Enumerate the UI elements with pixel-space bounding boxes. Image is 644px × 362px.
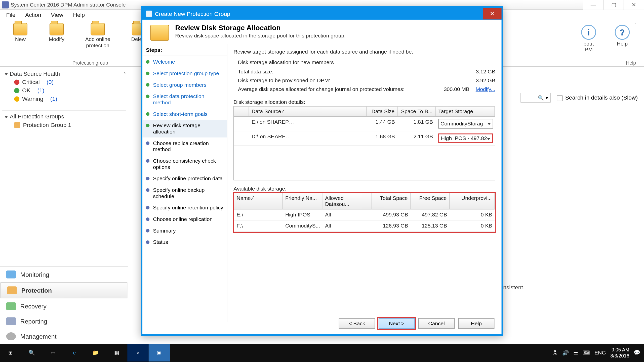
wizard-step-2[interactable]: Select group members bbox=[142, 79, 227, 91]
sidebar-health-critical[interactable]: Critical (0) bbox=[2, 78, 126, 86]
allocation-row[interactable]: D:\ on SHARE…1.68 GB2.11 GBHigh IPOS - 4… bbox=[234, 131, 495, 146]
step-bullet-icon bbox=[146, 124, 149, 127]
menu-file[interactable]: File bbox=[6, 12, 16, 18]
target-storage-select[interactable]: CommodityStorag bbox=[438, 119, 493, 129]
nav-protection[interactable]: Protection bbox=[1, 282, 128, 298]
taskbar-powershell[interactable]: ＞ bbox=[127, 344, 148, 361]
cell: 126.93 GB bbox=[372, 220, 411, 231]
window-maximize-button[interactable]: ▢ bbox=[603, 0, 624, 10]
sidebar-protection-group-1[interactable]: Protection Group 1 bbox=[2, 121, 126, 129]
step-label: Select short-term goals bbox=[153, 111, 208, 117]
step-bullet-icon bbox=[146, 95, 149, 98]
sidebar-groups-header[interactable]: All Protection Groups bbox=[2, 112, 126, 121]
ribbon-group-label: Protection group bbox=[72, 60, 108, 66]
cancel-button[interactable]: Cancel bbox=[418, 318, 455, 329]
nav-recovery[interactable]: Recovery bbox=[0, 299, 128, 314]
col-free-space[interactable]: Free Space bbox=[411, 193, 450, 209]
step-label: Specify online retention policy bbox=[153, 205, 223, 211]
ribbon-about-button[interactable]: i bout PM bbox=[578, 25, 600, 53]
cell: High IPOS bbox=[283, 209, 322, 220]
cell: 499.93 GB bbox=[372, 209, 411, 220]
wizard-step-3[interactable]: Select data protection method bbox=[142, 90, 227, 108]
tray-security-icon[interactable]: ☰ bbox=[573, 350, 578, 356]
col-friendly-name[interactable]: Friendly Na... bbox=[283, 193, 322, 209]
wizard-steps: Steps: WelcomeSelect protection group ty… bbox=[142, 44, 227, 322]
cell: All bbox=[323, 220, 372, 231]
nav-monitoring[interactable]: Monitoring bbox=[0, 267, 128, 282]
taskbar-server-manager[interactable]: ▦ bbox=[106, 344, 127, 361]
col-underprovisioned[interactable]: Underprovi... bbox=[450, 193, 495, 209]
step-bullet-icon bbox=[146, 142, 149, 145]
col-target-storage[interactable]: Target Storage bbox=[436, 107, 495, 116]
menu-action[interactable]: Action bbox=[25, 12, 41, 18]
tray-volume-icon[interactable]: 🔊 bbox=[562, 350, 569, 356]
allocation-row[interactable]: E:\ on SHAREP…1.44 GB1.81 GBCommoditySto… bbox=[234, 117, 495, 131]
search-dropdown[interactable]: 🔍▾ bbox=[520, 93, 551, 103]
taskbar-ie[interactable]: e bbox=[64, 344, 85, 361]
step-label: Summary bbox=[153, 228, 176, 234]
content-intro: Review target storage assigned for each … bbox=[233, 49, 495, 55]
help-button[interactable]: Help bbox=[458, 318, 494, 329]
ribbon-new-button[interactable]: New bbox=[6, 23, 35, 49]
available-label: Available disk storage: bbox=[233, 186, 495, 192]
col-name[interactable]: Name ⁄ bbox=[234, 193, 283, 209]
back-button[interactable]: < Back bbox=[339, 318, 375, 329]
dialog-header: Review Disk Storage Allocation Review di… bbox=[142, 19, 501, 44]
nav-reporting[interactable]: Reporting bbox=[0, 314, 128, 329]
ribbon-help-button[interactable]: ? Help bbox=[611, 25, 633, 47]
dialog-icon bbox=[146, 11, 152, 17]
col-allowed-datasource[interactable]: Allowed Datasou... bbox=[323, 193, 372, 209]
wizard-step-1[interactable]: Select protection group type bbox=[142, 68, 227, 79]
menu-help[interactable]: Help bbox=[73, 12, 85, 18]
available-storage-table: Name ⁄ Friendly Na... Allowed Datasou...… bbox=[233, 193, 495, 232]
tray-language[interactable]: ENG bbox=[594, 350, 606, 356]
ribbon-collapse-button[interactable]: ˄ bbox=[634, 22, 641, 29]
dialog-title: Create New Protection Group bbox=[155, 10, 230, 17]
window-close-button[interactable]: ✕ bbox=[624, 0, 644, 10]
taskbar-search[interactable]: 🔍 bbox=[21, 344, 42, 361]
nav-management[interactable]: Management bbox=[0, 329, 128, 344]
window-minimize-button[interactable]: — bbox=[583, 0, 603, 10]
cell-space: 2.11 GB bbox=[397, 131, 435, 145]
protection-group-icon bbox=[14, 122, 20, 128]
window-title: System Center 2016 DPM Administrator Con… bbox=[11, 2, 126, 8]
start-button[interactable]: ⊞ bbox=[0, 344, 21, 361]
col-data-source[interactable]: Data Source ⁄ bbox=[249, 107, 367, 116]
critical-icon bbox=[14, 79, 19, 85]
wizard-step-4[interactable]: Select short-term goals bbox=[142, 108, 227, 120]
sidebar-health-header[interactable]: Data Source Health bbox=[2, 69, 126, 78]
next-button[interactable]: Next > bbox=[379, 318, 415, 329]
task-view-button[interactable]: ▭ bbox=[43, 344, 64, 361]
create-protection-group-dialog: Create New Protection Group ✕ Review Dis… bbox=[141, 6, 503, 336]
step-label: Select protection group type bbox=[153, 70, 219, 77]
tray-network-icon[interactable]: 🖧 bbox=[552, 350, 558, 356]
sidebar-health-warning[interactable]: Warning (1) bbox=[2, 95, 126, 103]
col-space[interactable]: Space To B... bbox=[397, 107, 435, 116]
available-storage-row[interactable]: E:\High IPOSAll499.93 GB497.82 GB0 KB bbox=[234, 209, 495, 220]
modify-link[interactable]: Modify... bbox=[476, 86, 495, 93]
available-storage-row[interactable]: F:\CommodityS...All126.93 GB125.13 GB0 K… bbox=[234, 220, 495, 232]
dialog-titlebar[interactable]: Create New Protection Group ✕ bbox=[142, 8, 501, 20]
search-details-checkbox[interactable]: Search in details also (Slow) bbox=[557, 94, 638, 101]
tray-notifications-icon[interactable]: 💬 bbox=[634, 350, 640, 356]
cell: F:\ bbox=[234, 220, 283, 231]
cell: E:\ bbox=[234, 209, 283, 220]
step-label: Choose online replication bbox=[153, 216, 213, 222]
menu-view[interactable]: View bbox=[51, 12, 63, 18]
allocation-details-table: Data Source ⁄ Data Size Space To B... Ta… bbox=[233, 106, 495, 180]
tray-keyboard-icon[interactable]: ⌨ bbox=[583, 350, 590, 356]
sidebar-health-ok[interactable]: OK (1) bbox=[2, 86, 126, 95]
ribbon-modify-button[interactable]: Modify bbox=[43, 23, 71, 49]
wizard-step-0[interactable]: Welcome bbox=[142, 56, 227, 68]
info-icon: i bbox=[581, 25, 596, 40]
col-total-space[interactable]: Total Space bbox=[372, 193, 411, 209]
col-data-size[interactable]: Data Size bbox=[367, 107, 397, 116]
taskbar-explorer[interactable]: 📁 bbox=[85, 344, 106, 361]
dialog-close-button[interactable]: ✕ bbox=[483, 8, 502, 20]
ribbon-add-online-protection-button[interactable]: Add online protection bbox=[79, 23, 117, 49]
target-storage-select[interactable]: High IPOS - 497.82 bbox=[438, 133, 493, 143]
taskbar-dpm-console[interactable]: ▣ bbox=[149, 344, 170, 361]
ribbon-help-group-label: Help bbox=[626, 60, 636, 65]
sidebar-collapse-handle[interactable]: ‹ bbox=[124, 69, 129, 76]
tray-clock[interactable]: 9:05 AM 8/3/2016 bbox=[610, 346, 629, 359]
